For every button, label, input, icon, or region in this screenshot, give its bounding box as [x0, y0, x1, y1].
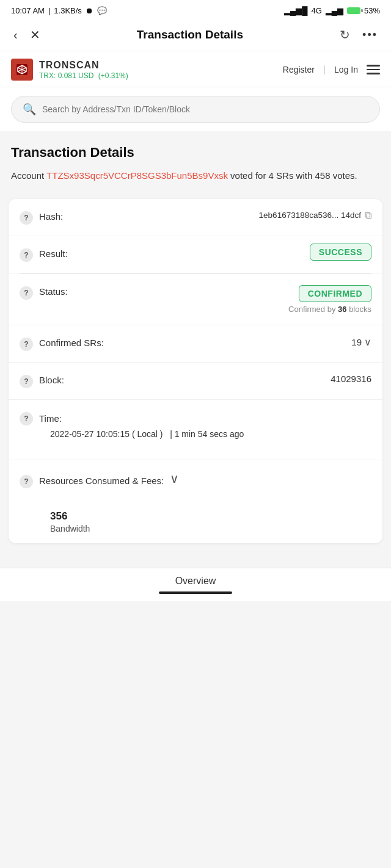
block-row: ? Block: 41029316 — [9, 363, 382, 400]
copy-icon[interactable]: ⧉ — [365, 210, 371, 221]
status-bar-right: ▂▄▆█ 4G ▂▄▆ 53% — [284, 6, 380, 15]
hash-row: ? Hash: 1eb61673188ca536... 14dcf ⧉ — [9, 199, 382, 236]
tronscan-price-info: TRX: 0.081 USD (+0.31%) — [39, 71, 128, 80]
register-link[interactable]: Register — [283, 65, 315, 74]
whatsapp-icon: 💬 — [97, 6, 107, 15]
battery-pct: 53% — [364, 6, 380, 15]
hash-help-icon[interactable]: ? — [20, 211, 33, 225]
tronscan-logo-box — [11, 59, 33, 81]
block-label: Block: — [39, 374, 64, 385]
confirmed-srs-row: ? Confirmed SRs: 19 ∨ — [9, 325, 382, 363]
search-icon: 🔍 — [23, 103, 36, 116]
tronscan-logo-icon — [15, 63, 29, 76]
time-help-icon[interactable]: ? — [20, 412, 33, 425]
hamburger-line-3 — [367, 73, 380, 74]
result-badge: SUCCESS — [310, 244, 371, 261]
status-bar: 10:07 AM | 1.3KB/s ⏺ 💬 ▂▄▆█ 4G ▂▄▆ 53% — [0, 0, 391, 19]
back-button[interactable]: ‹ — [11, 26, 20, 45]
resources-body: 356 Bandwidth — [20, 504, 101, 543]
signal-bars-2: ▂▄▆ — [326, 6, 343, 15]
account-suffix: voted for 4 SRs with 458 votes. — [230, 170, 357, 181]
signal-bars: ▂▄▆█ — [284, 6, 307, 15]
srs-number: 19 — [351, 337, 362, 347]
price-value: 0.081 USD — [58, 71, 94, 80]
result-help-icon[interactable]: ? — [20, 248, 33, 262]
srs-label: Confirmed SRs: — [39, 336, 104, 348]
status-bar-left: 10:07 AM | 1.3KB/s ⏺ 💬 — [11, 6, 107, 15]
time-datetime: 2022-05-27 10:05:15 ( Local ) — [50, 429, 163, 439]
account-prefix: Account — [11, 170, 44, 181]
tronscan-brand-name: TRONSCAN — [39, 60, 128, 71]
tronscan-header: TRONSCAN TRX: 0.081 USD (+0.31%) Registe… — [0, 51, 391, 87]
close-button[interactable]: ✕ — [27, 25, 43, 45]
resources-chevron-icon[interactable]: ∨ — [170, 471, 179, 486]
srs-help-icon[interactable]: ? — [20, 338, 33, 351]
result-row: ? Result: SUCCESS — [9, 236, 382, 273]
search-box: 🔍 — [11, 96, 380, 123]
chevron-down-icon[interactable]: ∨ — [364, 336, 371, 348]
srs-value[interactable]: 19 ∨ — [351, 336, 371, 348]
tronscan-brand-info: TRONSCAN TRX: 0.081 USD (+0.31%) — [39, 60, 128, 80]
more-options-button[interactable]: ••• — [360, 26, 380, 44]
account-address[interactable]: TTZSx93Sqcr5VCCrP8SGS3bFun5Bs9Vxsk — [46, 170, 228, 181]
speed-display: | — [48, 6, 50, 15]
status-badge: CONFIRMED — [299, 285, 371, 302]
login-link[interactable]: Log In — [334, 65, 358, 74]
hash-text: 1eb61673188ca536... 14dcf — [259, 211, 361, 220]
block-help-icon[interactable]: ? — [20, 375, 33, 388]
overview-label: Overview — [175, 576, 216, 586]
confirmed-suffix: blocks — [349, 305, 371, 314]
hamburger-line-1 — [367, 65, 380, 67]
hamburger-line-2 — [367, 69, 380, 71]
overview-tab[interactable]: Overview — [0, 568, 391, 601]
main-content: Transaction Details Account TTZSx93Sqcr5… — [0, 131, 391, 568]
resources-row: ? Resources Consumed & Fees: ∨ 356 Bandw… — [9, 460, 382, 543]
resources-help-icon[interactable]: ? — [20, 475, 33, 488]
bottom-handle — [159, 591, 232, 594]
confirmed-sub-prefix: Confirmed by — [288, 305, 335, 314]
status-group: CONFIRMED Confirmed by 36 blocks — [288, 285, 371, 314]
recording-icon: ⏺ — [86, 6, 93, 15]
resources-label: Resources Consumed & Fees: — [39, 476, 164, 486]
refresh-button[interactable]: ↻ — [337, 25, 353, 45]
hamburger-menu[interactable] — [367, 65, 380, 74]
nav-title: Transaction Details — [50, 28, 330, 42]
nav-separator: | — [323, 64, 326, 75]
time-row: ? Time: 2022-05-27 10:05:15 ( Local ) | … — [9, 400, 382, 460]
price-change: (+0.31%) — [98, 71, 128, 80]
battery-icon — [347, 7, 360, 14]
speed-value: 1.3KB/s — [54, 6, 82, 15]
bandwidth-label: Bandwidth — [50, 524, 90, 533]
nav-bar: ‹ ✕ Transaction Details ↻ ••• — [0, 19, 391, 51]
status-row: ? Status: CONFIRMED Confirmed by 36 bloc… — [9, 274, 382, 325]
confirmed-sub: Confirmed by 36 blocks — [288, 305, 371, 314]
account-description: Account TTZSx93Sqcr5VCCrP8SGS3bFun5Bs9Vx… — [0, 167, 391, 193]
price-label: TRX: — [39, 71, 56, 80]
block-value: 41029316 — [331, 374, 371, 384]
status-help-icon[interactable]: ? — [20, 286, 33, 300]
time-ago: | 1 min 54 secs ago — [170, 429, 244, 439]
time-full-value: 2022-05-27 10:05:15 ( Local ) | 1 min 54… — [20, 427, 255, 449]
confirmed-blocks: 36 — [338, 305, 346, 314]
search-container: 🔍 — [0, 87, 391, 131]
hash-label: Hash: — [39, 210, 63, 222]
detail-card: ? Hash: 1eb61673188ca536... 14dcf ⧉ ? Re… — [9, 199, 382, 543]
tronscan-nav: Register | Log In — [283, 64, 380, 75]
result-label: Result: — [39, 247, 68, 259]
tronscan-logo: TRONSCAN TRX: 0.081 USD (+0.31%) — [11, 59, 128, 81]
time-display: 10:07 AM — [11, 6, 45, 15]
section-title: Transaction Details — [0, 131, 391, 167]
status-label: Status: — [39, 285, 68, 297]
bandwidth-value: 356 — [50, 510, 90, 523]
hash-value: 1eb61673188ca536... 14dcf ⧉ — [259, 210, 371, 221]
time-label: Time: — [39, 412, 62, 424]
result-value: SUCCESS — [310, 247, 371, 257]
network-type: 4G — [311, 6, 321, 15]
search-input[interactable] — [42, 104, 368, 114]
